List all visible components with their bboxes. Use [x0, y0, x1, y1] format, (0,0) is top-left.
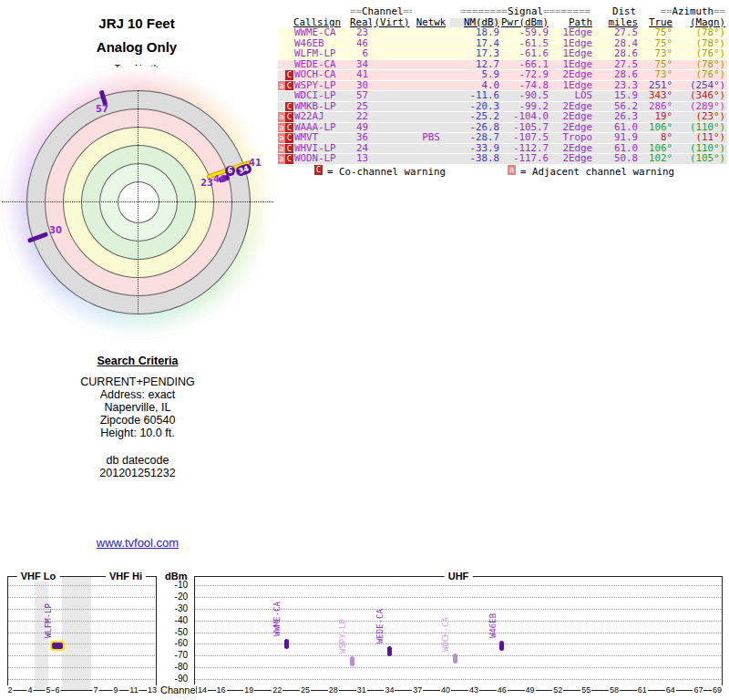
channel-tick-label: 46: [497, 685, 508, 695]
signal-marker-label: W46EB: [488, 613, 498, 638]
grid-line: [7, 633, 157, 633]
channel-tick-label: 6: [54, 685, 60, 695]
channel-tick-label: 49: [525, 685, 536, 695]
panel-border: [156, 576, 157, 690]
channel-tick-label: 67: [693, 685, 703, 695]
channel-tick-label: 25: [300, 685, 311, 695]
channel-tick-label: 7: [92, 685, 98, 695]
panel-border: [7, 576, 8, 690]
signal-marker: [453, 654, 457, 664]
band-label-vhf-lo: VHF Lo: [17, 571, 60, 582]
signal-marker: [499, 641, 504, 651]
signal-marker: [350, 656, 354, 666]
channel-tick-label: 58: [609, 685, 620, 695]
channel-tick-label: 16: [216, 685, 227, 695]
dbm-tick-label: -60: [160, 638, 188, 648]
signal-marker: [50, 641, 65, 651]
panel-border: [194, 576, 195, 690]
dbm-tick-label: -90: [160, 674, 188, 684]
channel-tick-label: 34: [384, 685, 395, 695]
channel-tick-label: 13: [147, 685, 158, 695]
grid-line: [7, 585, 157, 586]
band-label-uhf: UHF: [445, 571, 473, 582]
channel-tick-label: 40: [440, 685, 451, 695]
grid-line: [7, 609, 157, 610]
channel-tick-label: 61: [637, 685, 648, 695]
channel-tick-label: 14: [197, 685, 208, 695]
panel-border: [722, 576, 723, 690]
dbm-tick-label: -30: [160, 603, 188, 613]
signal-strength-chart: -10-20-30-40-50-60-70-80-90VHF LoVHF HiU…: [0, 0, 729, 700]
signal-marker-label: WOCH-CA: [441, 617, 450, 652]
tvfool-report: JRJ 10 Feet Analog Only TrueNorth N 57 3…: [0, 0, 729, 700]
dbm-tick-label: -70: [160, 650, 188, 660]
dbm-axis-label: dBm: [165, 571, 187, 582]
grid-line: [7, 667, 157, 668]
grid-line: [194, 679, 723, 680]
channel-tick-label: 4: [26, 685, 33, 695]
signal-marker: [284, 639, 289, 649]
band-label-vhf-hi: VHF Hi: [106, 571, 146, 582]
dbm-tick-label: -20: [160, 592, 188, 602]
channel-tick-label: 69: [712, 685, 723, 695]
channel-tick-label: 11: [128, 685, 139, 695]
grid-line: [7, 643, 157, 644]
grid-line: [7, 621, 157, 622]
grid-line: [7, 597, 157, 598]
signal-marker-label: WWME-CA: [272, 602, 282, 636]
channel-tick-label: 43: [468, 685, 479, 695]
channel-tick-label: 5: [45, 685, 51, 695]
channel-tick-label: 22: [272, 685, 282, 695]
grid-line: [7, 679, 157, 680]
channel-tick-label: 19: [243, 685, 254, 695]
vhf-shade-band: [62, 577, 91, 690]
dbm-tick-label: -40: [160, 615, 188, 625]
grid-line: [194, 585, 723, 586]
channel-axis-label: Channel: [160, 685, 198, 695]
signal-marker-label: WEDE-CA: [375, 609, 385, 643]
grid-line: [194, 667, 723, 668]
grid-line: [194, 655, 723, 656]
signal-marker-label: WLFM-LP: [44, 603, 53, 638]
grid-line: [7, 655, 157, 656]
channel-tick-label: 55: [580, 685, 591, 695]
channel-tick-label: 52: [552, 685, 563, 695]
dbm-tick-label: -50: [160, 627, 188, 637]
channel-tick-label: 28: [328, 685, 339, 695]
channel-tick-label: 37: [412, 685, 423, 695]
channel-tick-label: 31: [356, 685, 367, 695]
signal-marker: [387, 646, 392, 656]
signal-marker-label: WSPY-LP: [338, 619, 347, 654]
channel-tick-label: 2: [6, 685, 13, 695]
grid-line: [194, 597, 723, 598]
channel-tick-label: 9: [112, 685, 118, 695]
dbm-tick-label: -80: [160, 662, 188, 672]
grid-line: [194, 643, 723, 644]
channel-tick-label: 64: [665, 685, 676, 695]
